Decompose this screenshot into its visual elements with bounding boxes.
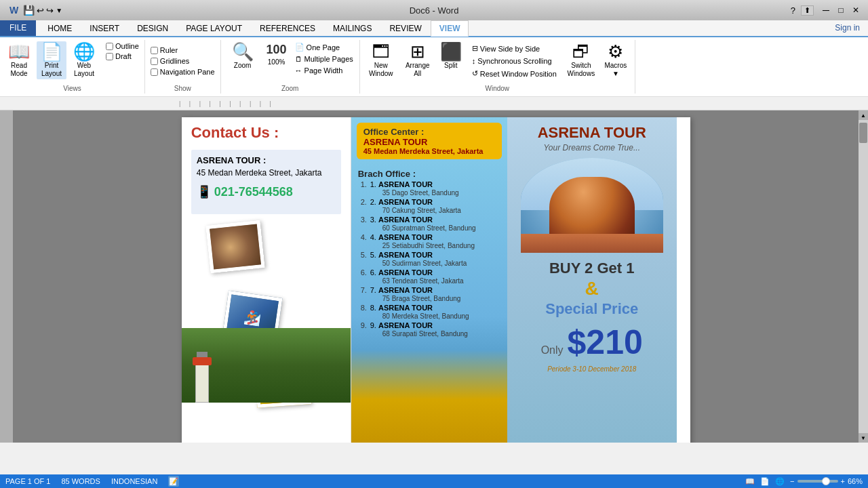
tab-review[interactable]: REVIEW: [380, 20, 430, 37]
page-width-button[interactable]: ↔Page Width: [293, 65, 355, 76]
split-button[interactable]: ⬛ Split: [437, 41, 465, 71]
branch-item-1: ASRENA TOUR 35 Dago Street, Bandung: [361, 180, 500, 197]
tab-design[interactable]: DESIGN: [128, 20, 177, 37]
tab-page-layout[interactable]: PAGE LAYOUT: [177, 20, 251, 37]
window-title: Doc6 - Word: [410, 5, 459, 16]
print-layout-button[interactable]: 📄 PrintLayout: [37, 41, 66, 79]
page-width-icon: ↔: [295, 66, 302, 75]
vertical-scrollbar[interactable]: ▲ ▼: [859, 110, 868, 443]
outline-checkbox-row[interactable]: Outline: [104, 41, 140, 51]
macros-button[interactable]: ⚙ Macros▼: [601, 41, 631, 79]
draft-checkbox-row[interactable]: Draft: [104, 52, 140, 61]
office-center-label: Office Center :: [363, 127, 495, 137]
sign-in-button[interactable]: Sign in: [827, 20, 868, 36]
quick-access-toolbar: W 💾 ↩ ↪ ▼: [5, 5, 66, 16]
status-bar: PAGE 1 OF 1 85 WORDS INDONESIAN 📝 📖 📄 🌐 …: [0, 474, 868, 488]
undo-btn[interactable]: ↩: [37, 5, 44, 16]
branch-item-9: ASRENA TOUR 68 Surapati Street, Bandung: [361, 321, 500, 338]
horizontal-ruler: | | | | | | | | | |: [0, 97, 868, 110]
gridlines-checkbox-row[interactable]: Gridlines: [149, 56, 191, 66]
more-btn[interactable]: ▼: [56, 7, 62, 14]
zoom-group: 🔍 Zoom 100 100% 📄One Page 🗒Multiple Page…: [221, 40, 360, 94]
tab-references[interactable]: REFERENCES: [251, 20, 324, 37]
show-group-label: Show: [149, 83, 216, 92]
tab-mailings[interactable]: MAILINGS: [324, 20, 380, 37]
contact-title: Contact Us :: [191, 124, 341, 142]
document-area: Contact Us : ASRENA TOUR : 45 Medan Merd…: [0, 110, 868, 443]
synchronous-scrolling-button[interactable]: ↕Synchronous Scrolling: [470, 56, 559, 66]
redo-btn[interactable]: ↪: [46, 5, 54, 16]
view-side-by-side-button[interactable]: ⊟View Side by Side: [470, 43, 559, 54]
draft-checkbox[interactable]: [106, 53, 113, 60]
reset-window-button[interactable]: ↺Reset Window Position: [470, 68, 559, 79]
switch-windows-button[interactable]: 🗗 SwitchWindows: [564, 41, 598, 79]
price-value: $210: [568, 322, 643, 363]
zoom-group-label: Zoom: [225, 83, 355, 92]
promo-company-title: ASRENA TOUR: [538, 124, 646, 142]
minimize-button[interactable]: ─: [819, 4, 833, 16]
vertical-ruler: [0, 110, 13, 443]
doc-icon[interactable]: 📝: [168, 476, 179, 487]
navigation-pane-checkbox-row[interactable]: Navigation Pane: [149, 67, 216, 77]
zoom-track[interactable]: [797, 480, 838, 483]
page-info: PAGE 1 OF 1: [5, 477, 50, 485]
zoom-handle[interactable]: [822, 477, 830, 485]
ribbon-content: 📖 ReadMode 📄 PrintLayout 🌐 WebLayout Out…: [0, 37, 868, 97]
contact-panel: Contact Us : ASRENA TOUR : 45 Medan Merd…: [182, 117, 351, 443]
branch-item-5: ASRENA TOUR 50 Sudirman Street, Jakarta: [361, 251, 500, 267]
outline-checkbox[interactable]: [106, 43, 113, 50]
web-layout-button[interactable]: 🌐 WebLayout: [69, 41, 99, 79]
zoom-slider[interactable]: − + 66%: [790, 477, 863, 485]
amp-text: &: [541, 277, 643, 300]
zoom-button[interactable]: 🔍 Zoom: [225, 41, 260, 71]
promo-landscape-image: [521, 158, 663, 253]
tab-home[interactable]: HOME: [39, 20, 81, 37]
zoom-in-btn[interactable]: +: [841, 477, 845, 485]
photo-1: [205, 220, 264, 273]
navigation-pane-checkbox[interactable]: [151, 68, 158, 76]
branch-list: ASRENA TOUR 35 Dago Street, Bandung ASRE…: [351, 180, 507, 342]
ribbon-toggle[interactable]: ⬆: [801, 5, 814, 16]
view-web-icon[interactable]: 🌐: [775, 477, 785, 486]
split-icon: ⬛: [440, 43, 462, 60]
tab-view[interactable]: VIEW: [431, 20, 469, 37]
view-read-icon[interactable]: 📖: [745, 477, 755, 486]
one-page-button[interactable]: 📄One Page: [293, 41, 355, 53]
view-print-icon[interactable]: 📄: [760, 477, 770, 486]
phone-icon: 📱: [197, 184, 212, 199]
branch-item-8: ASRENA TOUR 80 Merdeka Street, Bandung: [361, 304, 500, 320]
ruler-checkbox-row[interactable]: Ruler: [149, 45, 179, 55]
show-group: Ruler Gridlines Navigation Pane Show: [145, 40, 221, 94]
branch-panel: Office Center : ASRENA TOUR 45 Medan Mer…: [351, 117, 507, 443]
scroll-down-button[interactable]: ▼: [859, 433, 868, 443]
arrange-all-button[interactable]: ⊞ ArrangeAll: [401, 41, 435, 79]
zoom-icon: 🔍: [232, 43, 254, 60]
only-label: Only: [541, 344, 564, 357]
ruler-checkbox[interactable]: [151, 47, 158, 54]
contact-address: 45 Medan Merdeka Street, Jakarta: [197, 168, 336, 178]
views-group-label: Views: [4, 83, 140, 92]
status-right: 📖 📄 🌐 − + 66%: [745, 477, 863, 486]
new-window-button[interactable]: 🗔 NewWindow: [364, 41, 398, 79]
branch-office-title: Brach Office :: [351, 165, 507, 180]
tab-file[interactable]: FILE: [0, 20, 36, 36]
gridlines-checkbox[interactable]: [151, 58, 158, 65]
tab-insert[interactable]: INSERT: [81, 20, 128, 37]
read-mode-button[interactable]: 📖 ReadMode: [4, 41, 34, 79]
multiple-pages-button[interactable]: 🗒Multiple Pages: [293, 54, 355, 64]
promo-subtitle: Your Dreams Come True...: [543, 143, 640, 152]
web-layout-icon: 🌐: [73, 43, 95, 60]
zoom-100-button[interactable]: 100 100%: [263, 41, 290, 68]
switch-windows-icon: 🗗: [572, 43, 590, 60]
help-icon[interactable]: ?: [787, 5, 800, 16]
scroll-thumb[interactable]: [859, 123, 867, 143]
views-group: 📖 ReadMode 📄 PrintLayout 🌐 WebLayout Out…: [0, 40, 145, 94]
zoom-out-btn[interactable]: −: [790, 477, 794, 485]
save-btn[interactable]: 💾: [23, 5, 35, 16]
branch-item-4: ASRENA TOUR 25 Setiabudhi Street, Bandun…: [361, 233, 500, 249]
close-button[interactable]: ✕: [849, 4, 863, 16]
scroll-up-button[interactable]: ▲: [859, 110, 868, 120]
branch-item-6: ASRENA TOUR 63 Tendean Street, Jakarta: [361, 268, 500, 285]
maximize-button[interactable]: □: [834, 4, 848, 16]
branch-item-2: ASRENA TOUR 70 Cakung Street, Jakarta: [361, 198, 500, 214]
